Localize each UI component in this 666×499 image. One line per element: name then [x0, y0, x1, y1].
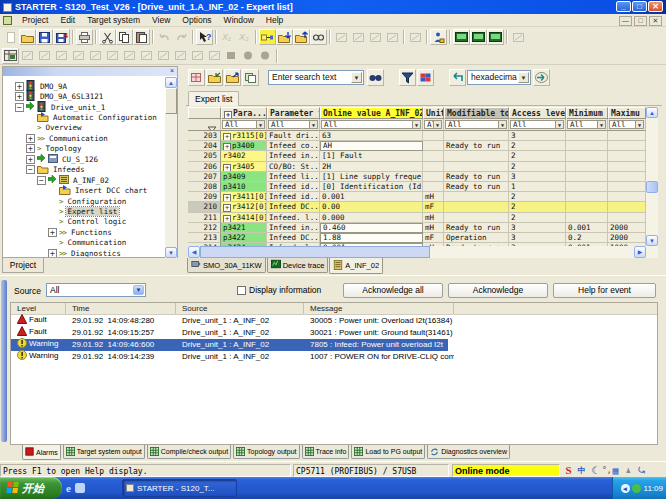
compare-icon[interactable] [417, 69, 434, 86]
tree-expander-icon[interactable]: + [26, 134, 35, 143]
document-tab-smo-30a-11kw[interactable]: SMO_30A_11KW [187, 258, 266, 273]
cell[interactable] [444, 213, 509, 223]
filter-cell[interactable]: All▼ [320, 119, 423, 131]
tree-item-label[interactable]: Insert DCC chart [73, 186, 149, 195]
parameter-row-203[interactable]: 203+r3115[0]Fault dri...633 [188, 131, 646, 141]
column-header-parameter-t[interactable]: Parameter t [267, 107, 320, 119]
filter-cell[interactable]: All▼ [509, 119, 566, 131]
column-header-rownum[interactable] [188, 107, 221, 119]
open-parameter-list-icon[interactable] [206, 69, 223, 86]
ime-sogou-icon[interactable]: S [563, 465, 574, 476]
mdi-close-button[interactable]: ✕ [649, 16, 662, 26]
parameter-row-209[interactable]: 209+r3411[0]Infeed id...0.001mH2 [188, 192, 646, 202]
cell[interactable]: mH [423, 223, 444, 233]
table-hscrollbar[interactable]: ◀ ▶ [188, 246, 658, 258]
cell[interactable]: +p3400 [221, 141, 267, 151]
cell[interactable]: 3 [509, 223, 566, 233]
close-button[interactable]: ✕ [648, 1, 663, 12]
cell[interactable]: Infeed id... [267, 192, 320, 202]
cell[interactable]: 0.000 [320, 213, 423, 223]
copy-parameter-list-icon[interactable] [242, 69, 259, 86]
export-parameter-list-icon[interactable] [224, 69, 241, 86]
tree-item-cu-s-126[interactable]: +CU_S_126 [3, 154, 166, 164]
filter-cell[interactable]: All▼ [566, 119, 608, 131]
alarm-row[interactable]: Warning29.01.92 14:09:14:239Drive_unit_1… [11, 351, 448, 363]
filter-cell[interactable]: All▼ [423, 119, 444, 131]
tree-item-topology[interactable]: +>Topology [3, 144, 166, 154]
cell[interactable] [423, 172, 444, 182]
help-select-icon[interactable]: ? [196, 29, 213, 45]
cell[interactable]: 1 [509, 182, 566, 192]
tree-scrollbar[interactable]: ▲ ▼ [165, 77, 177, 258]
cell[interactable] [566, 182, 608, 192]
save-project-icon[interactable] [36, 29, 53, 45]
tree-expander-icon[interactable]: − [26, 165, 35, 174]
parameter-row-207[interactable]: 207p3409Infeed li...[1] Line supply freq… [188, 172, 646, 182]
cell[interactable] [566, 202, 608, 212]
filter-combobox[interactable]: All▼ [321, 120, 421, 129]
alarm-row[interactable]: Fault29.01.92 14:09:48:280Drive_unit_1 :… [11, 315, 448, 327]
cell[interactable]: 212 [188, 223, 221, 233]
tree-item-label[interactable]: Overview [44, 123, 84, 132]
tree-scroll-thumb[interactable] [165, 88, 177, 114]
cell[interactable] [566, 172, 608, 182]
cell[interactable]: +r3405 [221, 162, 267, 172]
tree-panel-header[interactable]: × [3, 67, 177, 76]
filter-cell[interactable]: All▼ [221, 119, 267, 131]
cell[interactable]: mF [423, 233, 444, 243]
tree-item-drive-unit-1[interactable]: −Drive_unit_1 [3, 102, 166, 112]
output-tab-trace-info[interactable]: Trace info [302, 445, 350, 459]
cell[interactable]: 2 [509, 192, 566, 202]
cell[interactable]: Operation [444, 233, 509, 243]
cell[interactable]: 1.88 [320, 233, 423, 243]
cell[interactable]: 0.460 [320, 223, 423, 233]
tree-item-expert-list[interactable]: >Expert list [3, 206, 166, 216]
ime-punct-icon[interactable]: °, [602, 465, 608, 476]
search-combobox[interactable]: Enter search text▼ [268, 70, 364, 85]
cell[interactable]: 209 [188, 192, 221, 202]
tree-expander-icon[interactable]: − [15, 103, 24, 112]
cell[interactable]: p3421 [221, 223, 267, 233]
cell[interactable]: [0] Identification (Id... [320, 182, 423, 192]
tree-item-diagnostics[interactable]: +>>Diagnostics [3, 248, 166, 257]
ime-keyboard-icon[interactable]: ▦ [610, 465, 621, 476]
checkbox-box[interactable] [237, 286, 246, 295]
cell[interactable]: 0.001 [320, 192, 423, 202]
connect-target-system-icon[interactable] [259, 29, 276, 45]
output-tab-diagnostics-overview[interactable]: Diagnostics overview [427, 445, 510, 459]
table-vscroll-thumb[interactable] [646, 181, 658, 193]
filter-combobox[interactable]: All▼ [609, 120, 644, 129]
tray-safety-icon[interactable] [632, 484, 641, 493]
alarm-column-time[interactable]: Time [66, 303, 176, 314]
cell[interactable] [608, 192, 646, 202]
cell[interactable]: 3 [509, 233, 566, 243]
tree-item-label[interactable]: Communication [66, 238, 129, 247]
number-format-combobox[interactable]: hexadecimal▼ [467, 70, 531, 85]
cell[interactable]: Ready to run [444, 182, 509, 192]
cell[interactable]: CO/BO: St... [267, 162, 320, 172]
cell[interactable]: 213 [188, 233, 221, 243]
menu-project[interactable]: Project [16, 15, 54, 25]
acknowledge-button[interactable]: Acknowledge [448, 283, 548, 298]
tree-item-automatic-configuration[interactable]: Automatic Configuration [3, 112, 166, 122]
cell[interactable] [423, 182, 444, 192]
cell[interactable]: 211 [188, 213, 221, 223]
tree-item-label[interactable]: DMO_9A_6SL3121 [38, 92, 105, 101]
filter-icon[interactable] [399, 69, 416, 86]
tree-item-infeeds[interactable]: −Infeeds [3, 165, 166, 175]
tree-item-configuration[interactable]: >Configuration [3, 196, 166, 206]
cell[interactable]: 206 [188, 162, 221, 172]
cell[interactable]: 2000 [608, 223, 646, 233]
copy-ram-to-rom-icon[interactable] [310, 29, 327, 45]
cell[interactable]: 207 [188, 172, 221, 182]
parameter-row-205[interactable]: 205r3402Infeed in...[1] Fault2 [188, 151, 646, 161]
cell[interactable]: 203 [188, 131, 221, 141]
column-header-unit[interactable]: Unit [423, 107, 444, 119]
filter-icon-cell[interactable] [188, 119, 221, 131]
upload-from-target-icon[interactable] [293, 29, 310, 45]
search-dropdown-icon[interactable]: ▼ [351, 72, 362, 83]
tree-item-control-logic[interactable]: >Control logic [3, 217, 166, 227]
output-tab-compile-check-output[interactable]: Compile/check output [147, 445, 231, 459]
tree-item-label[interactable]: Functions [69, 228, 114, 237]
save-and-compile-icon[interactable]: 4 [53, 29, 70, 45]
